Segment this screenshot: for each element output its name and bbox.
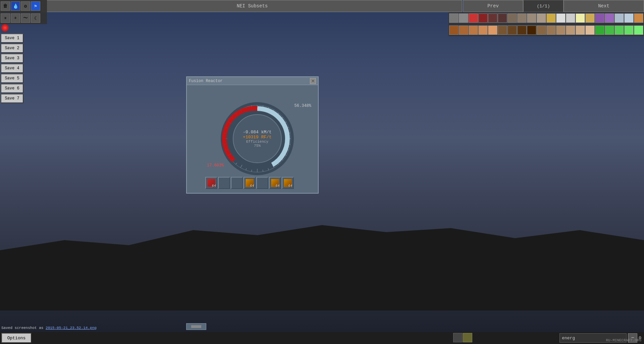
save-4-button[interactable]: Save 4	[1, 64, 23, 73]
item-r3-8[interactable]	[517, 25, 527, 35]
item-r3-5[interactable]	[488, 25, 497, 35]
inv-slot-3[interactable]	[231, 177, 243, 189]
fusion-reactor-window: Fusion Reactor ✕	[186, 76, 319, 194]
item-icons-row3	[448, 24, 644, 36]
item-r3-7[interactable]	[507, 25, 517, 35]
save-5-button[interactable]: Save 5	[1, 74, 23, 83]
cog-icon[interactable]: ⚙	[21, 1, 30, 11]
item-icons-row2	[448, 12, 644, 24]
inv-slot-7[interactable]: 64	[282, 177, 294, 189]
item-icon-12[interactable]	[556, 13, 566, 23]
page-indicator: (1/1)	[523, 0, 564, 12]
next-button[interactable]: Next	[564, 0, 644, 12]
efficiency-label: Efficiency	[243, 140, 272, 144]
item-r3-12[interactable]	[556, 25, 566, 35]
terrain	[0, 210, 644, 311]
moon-icon[interactable]: ☾	[31, 13, 40, 23]
item-icon-15[interactable]	[585, 13, 595, 23]
add-icon[interactable]: +	[11, 13, 20, 23]
item-icon-13[interactable]	[566, 13, 575, 23]
pct-top-right: 56.348%	[294, 104, 311, 108]
save-6-button[interactable]: Save 6	[1, 84, 23, 93]
bottom-item-row	[32, 332, 559, 344]
trash-icon-2[interactable]: 🗑	[1, 1, 10, 11]
item-icon-2[interactable]	[459, 13, 468, 23]
item-r3-3[interactable]	[469, 25, 478, 35]
screenshot-filename[interactable]: 2015-05-21_23.52.14.png	[46, 326, 97, 330]
options-button[interactable]: Options	[1, 333, 32, 343]
km-value: -0.084 kM/t	[243, 130, 272, 135]
scroll-indicator[interactable]	[186, 323, 206, 330]
inv-slot-1[interactable]: 64	[205, 177, 217, 189]
item-r3-19[interactable]	[624, 25, 634, 35]
save-2-button[interactable]: Save 2	[1, 44, 23, 53]
item-icon-11[interactable]	[546, 13, 556, 23]
inv-slot-5[interactable]	[256, 177, 268, 189]
item-icon-1[interactable]	[449, 13, 459, 23]
item-r3-4[interactable]	[478, 25, 488, 35]
item-r3-11[interactable]	[546, 25, 556, 35]
save-buttons-panel: Save 1 Save 2 Save 3 Save 4 Save 5 Save …	[1, 33, 23, 103]
item-icon-20[interactable]	[634, 13, 643, 23]
bottom-bar: Options − 0 RU-MINECRAFT.ORG	[0, 332, 644, 344]
fusion-reactor-title: Fusion Reactor	[189, 79, 223, 83]
item-r3-20[interactable]	[634, 25, 643, 35]
item-r3-17[interactable]	[605, 25, 614, 35]
item-icon-18[interactable]	[614, 13, 624, 23]
item-icon-9[interactable]	[527, 13, 536, 23]
sun-icon[interactable]: ☀	[1, 13, 10, 23]
item-r3-18[interactable]	[614, 25, 624, 35]
item-r3-13[interactable]	[566, 25, 575, 35]
screenshot-notification: Saved screenshot as 2015-05-21_23.52.14.…	[1, 326, 97, 330]
wave-icon[interactable]: 〜	[21, 13, 30, 23]
water-icon[interactable]: 💧	[11, 1, 20, 11]
watermark: RU-MINECRAFT.ORG	[606, 338, 641, 342]
item-icon-4[interactable]	[478, 13, 488, 23]
game-background	[0, 0, 644, 344]
left-toolbar-row2: ☀ + 〜 ☾	[0, 12, 47, 24]
item-icon-3[interactable]	[469, 13, 478, 23]
prev-button[interactable]: Prev	[463, 0, 523, 12]
item-r3-16[interactable]	[595, 25, 604, 35]
item-r3-1[interactable]	[449, 25, 459, 35]
item-r3-14[interactable]	[576, 25, 585, 35]
pct-bottom-left: 17.603%	[207, 163, 224, 168]
left-top-toolbar: 🗑 💧 ⚙ ⚑	[0, 0, 47, 12]
inv-slot-6[interactable]: 64	[269, 177, 281, 189]
item-r3-9[interactable]	[527, 25, 536, 35]
item-r3-2[interactable]	[459, 25, 468, 35]
item-r3-15[interactable]	[585, 25, 595, 35]
item-icon-19[interactable]	[624, 13, 634, 23]
bottom-item-2[interactable]	[463, 333, 472, 342]
item-icon-7[interactable]	[507, 13, 517, 23]
bottom-item-1[interactable]	[453, 333, 463, 342]
inventory-slots: 64 64 64 64	[205, 177, 313, 189]
red-indicator	[1, 24, 9, 31]
item-icon-14[interactable]	[576, 13, 585, 23]
item-icon-6[interactable]	[498, 13, 507, 23]
item-r3-6[interactable]	[498, 25, 507, 35]
flag-icon-2[interactable]: ⚑	[31, 1, 40, 11]
nei-subsets-button[interactable]: NEI Subsets	[42, 0, 462, 12]
top-bar: 🗑 💧 ⚙ ⚑ NEI Subsets Prev (1/1) Next	[0, 0, 644, 12]
item-icon-16[interactable]	[595, 13, 604, 23]
bottom-items	[453, 333, 472, 342]
save-7-button[interactable]: Save 7	[1, 94, 23, 103]
efficiency-value: 75%	[243, 144, 272, 148]
gauge-center-display: -0.084 kM/t +10319 RF/t Efficiency 75%	[243, 130, 272, 148]
save-3-button[interactable]: Save 3	[1, 54, 23, 63]
inv-slot-2[interactable]	[218, 177, 230, 189]
item-icon-5[interactable]	[488, 13, 497, 23]
fusion-reactor-body: -0.084 kM/t +10319 RF/t Efficiency 75% 5…	[187, 85, 318, 193]
item-icon-10[interactable]	[537, 13, 546, 23]
item-icon-17[interactable]	[605, 13, 614, 23]
inv-slot-4[interactable]: 64	[244, 177, 256, 189]
fusion-gauge: -0.084 kM/t +10319 RF/t Efficiency 75%	[217, 98, 298, 179]
item-icon-8[interactable]	[517, 13, 527, 23]
rf-value: +10319 RF/t	[243, 135, 272, 140]
fusion-title-bar: Fusion Reactor ✕	[187, 77, 318, 85]
item-r3-10[interactable]	[537, 25, 546, 35]
save-1-button[interactable]: Save 1	[1, 33, 23, 43]
scroll-bar	[191, 325, 201, 328]
fusion-close-button[interactable]: ✕	[310, 78, 316, 84]
